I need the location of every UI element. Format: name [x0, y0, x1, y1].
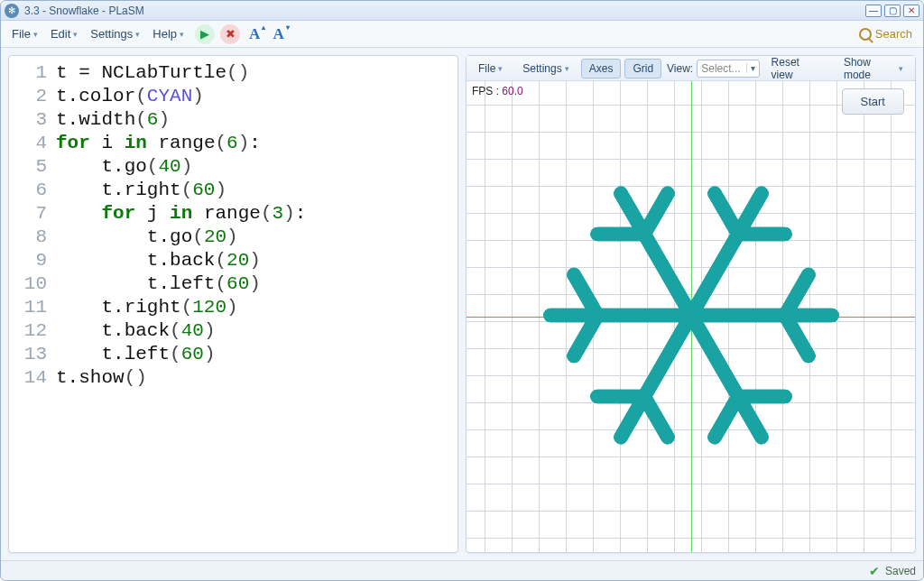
- status-bar: ✔ Saved: [1, 560, 923, 580]
- window-title: 3.3 - Snowflake - PLaSM: [24, 5, 863, 17]
- chevron-down-icon: ▾: [565, 64, 569, 73]
- font-increase-button[interactable]: A▴: [245, 25, 263, 43]
- editor-line: 9 t.back(20): [9, 249, 457, 272]
- line-number: 11: [9, 296, 54, 319]
- view-select[interactable]: Select...▾: [697, 60, 759, 78]
- svg-line-47: [691, 316, 738, 397]
- line-code[interactable]: t.right(120): [54, 296, 457, 319]
- editor-line: 6 t.right(60): [9, 179, 457, 202]
- line-code[interactable]: t.width(6): [54, 108, 457, 132]
- fps-readout: FPS : 60.0: [472, 85, 523, 97]
- show-mode-menu[interactable]: Show mode▾: [836, 52, 911, 85]
- line-number: 6: [9, 179, 54, 202]
- line-number: 14: [9, 366, 54, 390]
- menu-settings[interactable]: Settings▾: [85, 23, 145, 44]
- line-number: 13: [9, 343, 54, 366]
- line-number: 8: [9, 226, 54, 249]
- chevron-down-icon: ▾: [498, 64, 503, 73]
- content: 1t = NCLabTurtle()2t.color(CYAN)3t.width…: [1, 48, 923, 560]
- minimize-button[interactable]: —: [865, 5, 882, 17]
- menubar: File▾ Edit▾ Settings▾ Help▾ ▶ ✖ A▴ A▾ Se…: [1, 21, 923, 48]
- viewer-pane: File▾ Settings▾ Axes Grid View: Select..…: [466, 55, 916, 553]
- saved-label: Saved: [885, 565, 916, 577]
- svg-line-15: [691, 234, 738, 315]
- line-code[interactable]: t.go(20): [54, 226, 457, 249]
- arrow-up-icon: ▴: [262, 23, 265, 32]
- app-icon: ✻: [5, 4, 19, 18]
- editor-line: 10 t.left(60): [9, 272, 457, 296]
- editor-line: 4for i in range(6):: [9, 132, 457, 155]
- line-number: 9: [9, 249, 54, 272]
- line-code[interactable]: t.back(40): [54, 319, 457, 343]
- viewer-menu-file[interactable]: File▾: [470, 59, 511, 78]
- chevron-down-icon: ▾: [73, 30, 78, 39]
- view-label: View:: [667, 62, 693, 75]
- viewer-canvas[interactable]: FPS : 60.0 Start: [467, 81, 915, 552]
- reset-view-button[interactable]: Reset view: [763, 52, 828, 85]
- snowflake-drawing: [511, 135, 872, 499]
- search-icon: [859, 28, 872, 41]
- check-icon: ✔: [869, 564, 880, 578]
- line-number: 7: [9, 202, 54, 226]
- editor-line: 11 t.right(120): [9, 296, 457, 319]
- svg-line-23: [644, 234, 691, 315]
- editor-line: 13 t.left(60): [9, 343, 457, 366]
- editor-line: 7 for j in range(3):: [9, 202, 457, 226]
- line-code[interactable]: t.right(60): [54, 179, 457, 202]
- maximize-button[interactable]: ▢: [884, 5, 901, 17]
- editor-line: 12 t.back(40): [9, 319, 457, 343]
- line-code[interactable]: t.show(): [54, 366, 457, 390]
- stop-button[interactable]: ✖: [220, 24, 240, 44]
- arrow-down-icon: ▾: [286, 23, 290, 32]
- line-code[interactable]: t.left(60): [54, 343, 457, 366]
- line-code[interactable]: t.left(60): [54, 272, 457, 296]
- editor-line: 14t.show(): [9, 366, 457, 390]
- editor-pane: 1t = NCLabTurtle()2t.color(CYAN)3t.width…: [8, 55, 458, 553]
- axes-toggle[interactable]: Axes: [581, 59, 622, 78]
- line-number: 5: [9, 155, 54, 179]
- line-number: 3: [9, 108, 54, 132]
- line-number: 12: [9, 319, 54, 343]
- search-label: Search: [875, 27, 912, 41]
- editor-line: 5 t.go(40): [9, 155, 457, 179]
- line-code[interactable]: for i in range(6):: [54, 132, 457, 155]
- line-code[interactable]: t.color(CYAN): [54, 85, 457, 108]
- run-button[interactable]: ▶: [195, 24, 215, 44]
- menu-edit[interactable]: Edit▾: [45, 23, 83, 44]
- viewer-toolbar: File▾ Settings▾ Axes Grid View: Select..…: [467, 56, 915, 81]
- editor-line: 8 t.go(20): [9, 226, 457, 249]
- close-button[interactable]: ✕: [903, 5, 919, 17]
- viewer-menu-settings[interactable]: Settings▾: [514, 59, 577, 78]
- line-code[interactable]: for j in range(3):: [54, 202, 457, 226]
- line-code[interactable]: t.back(20): [54, 249, 457, 272]
- line-number: 10: [9, 272, 54, 296]
- menu-file[interactable]: File▾: [6, 23, 43, 44]
- titlebar: ✻ 3.3 - Snowflake - PLaSM — ▢ ✕: [1, 1, 923, 21]
- grid-toggle[interactable]: Grid: [624, 59, 661, 78]
- menu-help[interactable]: Help▾: [147, 23, 189, 44]
- line-number: 2: [9, 85, 54, 108]
- line-number: 4: [9, 132, 54, 155]
- chevron-down-icon: ▾: [135, 30, 140, 39]
- chevron-down-icon: ▾: [33, 30, 38, 39]
- editor-line: 3t.width(6): [9, 108, 457, 132]
- line-code[interactable]: t.go(40): [54, 155, 457, 179]
- editor-line: 2t.color(CYAN): [9, 85, 457, 108]
- line-code[interactable]: t = NCLabTurtle(): [54, 61, 457, 85]
- editor-line: 1t = NCLabTurtle(): [9, 61, 457, 85]
- chevron-down-icon: ▾: [899, 64, 903, 73]
- chevron-down-icon: ▾: [180, 30, 184, 39]
- search-button[interactable]: Search: [854, 23, 918, 44]
- line-number: 1: [9, 61, 54, 85]
- chevron-down-icon: ▾: [746, 63, 755, 73]
- font-decrease-button[interactable]: A▾: [269, 25, 287, 43]
- code-editor[interactable]: 1t = NCLabTurtle()2t.color(CYAN)3t.width…: [9, 56, 457, 395]
- svg-line-39: [644, 316, 691, 397]
- start-button[interactable]: Start: [842, 88, 904, 115]
